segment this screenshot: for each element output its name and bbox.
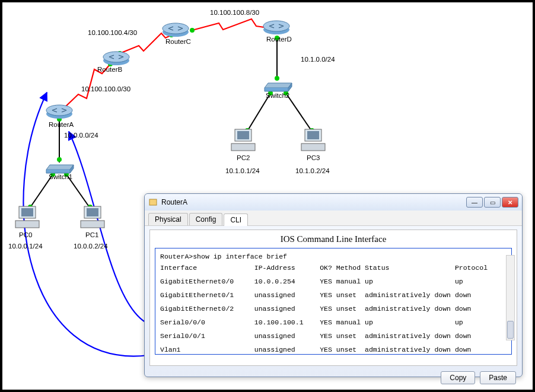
- tab-config[interactable]: Config: [189, 213, 223, 225]
- tab-strip: Physical Config CLI: [145, 211, 522, 226]
- cli-row: Serial0/0/0 10.100.100.1 YES manual up u…: [160, 317, 507, 329]
- tab-cli[interactable]: CLI: [224, 213, 248, 226]
- pc0-icon[interactable]: [13, 204, 42, 232]
- window-icon: [148, 197, 158, 207]
- router-d-label: RouterD: [266, 36, 292, 43]
- pc3-icon[interactable]: [299, 127, 327, 155]
- switch2-label: Switch2: [266, 92, 289, 99]
- router-c-icon[interactable]: [161, 21, 190, 40]
- topology-canvas[interactable]: RouterA RouterB RouterC RouterD Switch1 …: [0, 0, 535, 392]
- net-pc3: 10.1.0.2/24: [295, 167, 330, 174]
- copy-button[interactable]: Copy: [441, 371, 475, 384]
- net-pc2: 10.1.0.1/24: [225, 167, 260, 174]
- cli-scrollbar[interactable]: [506, 255, 515, 340]
- svg-rect-34: [15, 221, 39, 228]
- svg-point-10: [190, 28, 195, 33]
- svg-point-29: [163, 23, 189, 34]
- pc2-label: PC2: [237, 154, 250, 161]
- svg-rect-33: [21, 208, 33, 216]
- switch1-label: Switch1: [49, 173, 72, 180]
- pc2-icon[interactable]: [229, 127, 257, 155]
- router-a-window[interactable]: RouterA — ▭ ✕ Physical Config CLI IOS Co…: [144, 193, 523, 377]
- pc1-label: PC1: [85, 231, 98, 238]
- router-a-label: RouterA: [49, 121, 74, 128]
- cli-row: GigabitEthernet0/1 unassigned YES unset …: [160, 290, 507, 301]
- net-rc-rb: 10.100.100.4/30: [88, 29, 137, 36]
- net-rd-rc: 10.100.100.8/30: [210, 9, 259, 16]
- pc1-icon[interactable]: [78, 204, 107, 232]
- router-d-icon[interactable]: [262, 19, 291, 37]
- cli-row: GigabitEthernet0/0 10.0.0.254 YES manual…: [160, 276, 507, 288]
- router-c-label: RouterC: [165, 38, 191, 45]
- minimize-button[interactable]: —: [466, 197, 483, 208]
- net-rd-sw: 10.1.0.0/24: [301, 56, 335, 63]
- cli-header: Interface IP-Address OK? Method Status P…: [160, 263, 507, 274]
- router-b-label: RouterB: [97, 66, 122, 73]
- tab-physical[interactable]: Physical: [148, 213, 188, 225]
- router-a-icon[interactable]: [45, 103, 74, 122]
- maximize-button[interactable]: ▭: [484, 197, 501, 208]
- net-rb-ra: 10.100.100.0/30: [81, 85, 130, 93]
- svg-point-27: [103, 52, 129, 62]
- cli-row: GigabitEthernet0/2 unassigned YES unset …: [160, 304, 507, 315]
- cli-row: Vlan1 unassigned YES unset administrativ…: [160, 345, 507, 355]
- pc3-label: PC3: [307, 154, 320, 161]
- svg-rect-39: [237, 131, 249, 139]
- svg-rect-43: [301, 144, 325, 151]
- svg-rect-40: [231, 144, 255, 151]
- cli-scroll-thumb[interactable]: [507, 321, 514, 339]
- svg-point-25: [46, 105, 72, 116]
- net-pc0: 10.0.0.1/24: [8, 243, 43, 250]
- svg-rect-37: [81, 221, 104, 228]
- cli-panel: IOS Command Line Interface RouterA>show …: [149, 230, 517, 366]
- pc0-label: PC0: [19, 231, 32, 238]
- svg-rect-36: [87, 208, 98, 216]
- cli-row: Serial0/0/1 unassigned YES unset adminis…: [160, 331, 507, 342]
- titlebar[interactable]: RouterA — ▭ ✕: [145, 194, 522, 211]
- paste-button[interactable]: Paste: [480, 371, 516, 384]
- net-pc1: 10.0.0.2/24: [74, 243, 108, 250]
- net-ra-sw: 10.0.0.0/24: [64, 132, 98, 139]
- svg-rect-42: [307, 131, 319, 139]
- close-button[interactable]: ✕: [502, 197, 518, 208]
- cli-heading: IOS Command Line Interface: [155, 234, 512, 244]
- cli-output[interactable]: RouterA>show ip interface brief Interfac…: [155, 248, 512, 355]
- cli-cmd: RouterA>show ip interface brief: [160, 251, 507, 263]
- window-title: RouterA: [161, 198, 187, 206]
- svg-point-31: [263, 21, 289, 31]
- svg-rect-44: [149, 199, 157, 205]
